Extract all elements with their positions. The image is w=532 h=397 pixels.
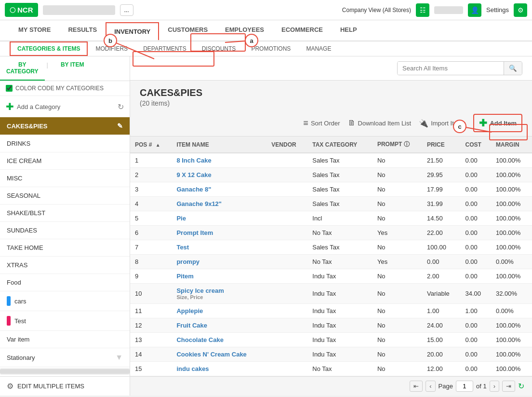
category-item-sundaes[interactable]: SUNDAES — [0, 222, 130, 239]
cell-cost: 0.00 — [461, 153, 492, 168]
subnav-discounts[interactable]: DISCOUNTS — [194, 41, 244, 56]
settings-icon[interactable]: ⚙ — [514, 3, 527, 17]
table-row[interactable]: 14 Cookies N' Cream Cake Indu Tax No 20.… — [130, 347, 532, 362]
table-row[interactable]: 1 8 Inch Cake Sales Tax No 21.50 0.00 10… — [130, 153, 532, 168]
table-row[interactable]: 9 Pitem Indu Tax No 2.00 0.00 100.00% — [130, 269, 532, 284]
cell-item-name[interactable]: prompy — [172, 255, 266, 269]
page-input[interactable] — [456, 381, 473, 392]
cell-item-name[interactable]: Test — [172, 240, 266, 255]
category-label: TAKE HOME — [7, 244, 43, 251]
table-row[interactable]: 2 9 X 12 Cake Sales Tax No 29.95 0.00 10… — [130, 168, 532, 182]
category-item-seasonal[interactable]: SEASONAL — [0, 187, 130, 205]
category-item-food[interactable]: Food — [0, 274, 130, 291]
company-view-icon[interactable]: ☷ — [416, 3, 429, 17]
cell-item-name[interactable]: Ganache 9x12" — [172, 197, 266, 211]
add-category-button[interactable]: ✚ Add a Category — [6, 98, 60, 115]
category-item-stationary[interactable]: Stationary ▼ — [0, 348, 130, 367]
category-item-drinks[interactable]: DRINKS — [0, 135, 130, 152]
category-item-misc[interactable]: MISC — [0, 170, 130, 187]
ncr-logo: ◯ NCR — [5, 3, 38, 17]
nav-results[interactable]: RESULTS — [59, 20, 106, 41]
subnav-categories-items[interactable]: CATEGORIES & ITEMS — [10, 41, 88, 56]
first-page-button[interactable]: ⇤ — [410, 381, 423, 392]
cell-item-name[interactable]: Spicy Ice creamSize, Price — [172, 284, 266, 304]
add-item-button[interactable]: ✚ Add Item — [473, 114, 522, 132]
color-code-checkbox[interactable] — [6, 85, 13, 92]
subnav-departments[interactable]: DEPARTMENTS — [135, 41, 194, 56]
table-row[interactable]: 4 Ganache 9x12" Sales Tax No 31.99 0.00 … — [130, 197, 532, 211]
prev-page-button[interactable]: ‹ — [426, 381, 435, 392]
category-label: SUNDAES — [7, 227, 37, 234]
cell-tax-category: Indu Tax — [307, 269, 372, 284]
table-row[interactable]: 11 Applepie Indu Tax No 1.00 1.00 0.00% — [130, 304, 532, 318]
nav-customers[interactable]: CUSTOMERS — [159, 20, 216, 41]
next-page-button[interactable]: › — [490, 381, 499, 392]
category-item-xtras[interactable]: XTRAS — [0, 257, 130, 274]
category-item-test[interactable]: Test — [0, 311, 130, 331]
cell-item-name[interactable]: Pitem — [172, 269, 266, 284]
tab-by-item[interactable]: BY ITEM — [50, 56, 95, 81]
cell-item-name[interactable]: Cookies N' Cream Cake — [172, 347, 266, 362]
table-row[interactable]: 7 Test Sales Tax No 100.00 0.00 100.00% — [130, 240, 532, 255]
cell-price: 1.00 — [422, 304, 460, 318]
cell-item-name[interactable]: Applepie — [172, 304, 266, 318]
cell-pos: 15 — [130, 362, 172, 376]
cell-item-name[interactable]: indu cakes — [172, 362, 266, 376]
table-header-row: POS # ▲ ITEM NAME VENDOR TAX CATEGORY PR… — [130, 137, 532, 153]
table-row[interactable]: 15 indu cakes No Tax No 12.00 0.00 100.0… — [130, 362, 532, 376]
tab-by-category[interactable]: BY CATEGORY — [0, 56, 45, 81]
table-row[interactable]: 3 Ganache 8" Sales Tax No 17.99 0.00 100… — [130, 182, 532, 197]
col-cost: COST — [461, 137, 492, 153]
cell-tax-category: Incl — [307, 211, 372, 226]
download-item-list-button[interactable]: 🗎 Download Item List — [348, 119, 412, 127]
user-icon[interactable]: 👤 — [468, 3, 481, 17]
content-title: CAKES&PIES — [140, 87, 522, 98]
col-pos[interactable]: POS # ▲ — [130, 137, 172, 153]
col-margin: MARGIN — [491, 137, 532, 153]
more-button[interactable]: ... — [120, 4, 133, 16]
cell-tax-category: Indu Tax — [307, 318, 372, 333]
category-item-take-home[interactable]: TAKE HOME — [0, 239, 130, 257]
search-input[interactable] — [398, 62, 504, 75]
settings-link[interactable]: Settings — [486, 6, 509, 14]
top-bar: ◯ NCR ... Company View (All Stores) ☷ 👤 … — [0, 0, 532, 20]
sub-nav: CATEGORIES & ITEMS MODIFIERS DEPARTMENTS… — [0, 41, 532, 56]
refresh-pagination-icon[interactable]: ↻ — [518, 382, 524, 391]
category-label: Stationary — [7, 354, 35, 361]
nav-my-store[interactable]: MY STORE — [10, 20, 59, 41]
prompt-help-icon[interactable]: ⓘ — [404, 141, 410, 148]
category-item-cakes-pies[interactable]: CAKES&PIES ✎ — [0, 117, 130, 135]
category-item-var-item[interactable]: Var item — [0, 331, 130, 348]
nav-ecommerce[interactable]: ECOMMERCE — [273, 20, 332, 41]
nav-help[interactable]: HELP — [332, 20, 366, 41]
cell-price: 0.00 — [422, 255, 460, 269]
nav-employees[interactable]: EMPLOYEES — [216, 20, 273, 41]
cell-item-name[interactable]: 9 X 12 Cake — [172, 168, 266, 182]
cell-prompt: No — [372, 318, 422, 333]
category-item-ice-cream[interactable]: ICE CREAM — [0, 152, 130, 170]
cell-item-name[interactable]: 8 Inch Cake — [172, 153, 266, 168]
table-row[interactable]: 13 Chocolate Cake Indu Tax No 15.00 0.00… — [130, 333, 532, 347]
last-page-button[interactable]: ⇥ — [502, 381, 515, 392]
table-row[interactable]: 6 Prompt Item No Tax Yes 22.00 0.00 100.… — [130, 226, 532, 240]
table-row[interactable]: 5 Pie Incl No 14.50 0.00 100.00% — [130, 211, 532, 226]
cell-prompt: No — [372, 269, 422, 284]
category-item-cars[interactable]: cars — [0, 291, 130, 311]
edit-multiple-items-button[interactable]: ⚙ EDIT MULTIPLE ITEMS — [0, 376, 130, 396]
cell-item-name[interactable]: Fruit Cake — [172, 318, 266, 333]
search-button[interactable]: 🔍 — [504, 62, 522, 75]
table-row[interactable]: 10 Spicy Ice creamSize, Price Indu Tax N… — [130, 284, 532, 304]
refresh-icon[interactable]: ↻ — [118, 102, 124, 111]
cell-item-name[interactable]: Prompt Item — [172, 226, 266, 240]
cell-item-name[interactable]: Chocolate Cake — [172, 333, 266, 347]
cell-tax-category: Sales Tax — [307, 153, 372, 168]
category-item-shake-blst[interactable]: SHAKE/BLST — [0, 205, 130, 222]
sort-order-button[interactable]: ≡ Sort Order — [303, 118, 340, 128]
cell-item-name[interactable]: Pie — [172, 211, 266, 226]
subnav-manage[interactable]: MANAGE — [298, 41, 339, 56]
cell-item-name[interactable]: Ganache 8" — [172, 182, 266, 197]
edit-icon[interactable]: ✎ — [117, 122, 123, 130]
table-row[interactable]: 8 prompy No Tax Yes 0.00 0.00 0.00% — [130, 255, 532, 269]
table-row[interactable]: 12 Fruit Cake Indu Tax No 24.00 0.00 100… — [130, 318, 532, 333]
cell-price: 17.99 — [422, 182, 460, 197]
